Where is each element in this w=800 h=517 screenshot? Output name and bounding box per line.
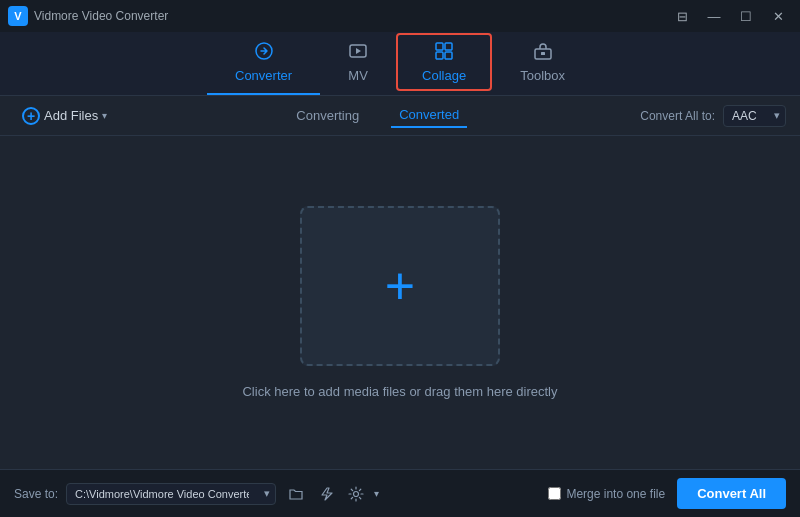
drop-hint: Click here to add media files or drag th…	[242, 384, 557, 399]
toolbox-icon	[533, 41, 553, 64]
collage-icon	[434, 41, 454, 64]
settings-icon-btn[interactable]	[344, 482, 368, 506]
title-bar-controls: ⊟ — ☐ ✕	[668, 6, 792, 26]
tab-collage-label: Collage	[422, 68, 466, 83]
minimize-btn[interactable]: —	[700, 6, 728, 26]
merge-check-label[interactable]: Merge into one file	[548, 487, 665, 501]
merge-checkbox[interactable]	[548, 487, 561, 500]
close-btn[interactable]: ✕	[764, 6, 792, 26]
save-to-label: Save to:	[14, 487, 58, 501]
svg-rect-5	[445, 52, 452, 59]
svg-point-8	[354, 491, 359, 496]
title-bar-left: V Vidmore Video Converter	[8, 6, 168, 26]
add-files-button[interactable]: + Add Files ▾	[14, 103, 115, 129]
title-bar-title: Vidmore Video Converter	[34, 9, 168, 23]
tab-mv-label: MV	[348, 68, 368, 83]
lightning-icon-btn[interactable]	[314, 482, 338, 506]
maximize-btn[interactable]: ☐	[732, 6, 760, 26]
toolbar: + Add Files ▾ Converting Converted Conve…	[0, 96, 800, 136]
bottom-right: Merge into one file Convert All	[548, 478, 786, 509]
nav-bar: Converter MV Collage	[0, 32, 800, 96]
toolbar-left: + Add Files ▾	[14, 103, 115, 129]
add-circle-icon: +	[22, 107, 40, 125]
svg-rect-2	[436, 43, 443, 50]
caption-btn[interactable]: ⊟	[668, 6, 696, 26]
mv-icon	[348, 41, 368, 64]
tab-mv[interactable]: MV	[320, 33, 396, 95]
app-logo: V	[8, 6, 28, 26]
bottom-bar: Save to: ▾	[0, 469, 800, 517]
format-select[interactable]: AAC MP3 MP4 AVI MOV MKV FLAC WAV	[723, 105, 786, 127]
filter-converted[interactable]: Converted	[391, 103, 467, 128]
converter-icon	[254, 41, 274, 64]
tab-toolbox-label: Toolbox	[520, 68, 565, 83]
settings-dropdown-arrow: ▾	[374, 488, 379, 499]
folder-icon-btn[interactable]	[284, 482, 308, 506]
svg-rect-4	[436, 52, 443, 59]
merge-label: Merge into one file	[566, 487, 665, 501]
add-files-label: Add Files	[44, 108, 98, 123]
save-path-wrap[interactable]	[66, 483, 276, 505]
filter-converting[interactable]: Converting	[288, 104, 367, 127]
save-path-input[interactable]	[66, 483, 276, 505]
main-content: + Click here to add media files or drag …	[0, 136, 800, 469]
tab-collage[interactable]: Collage	[396, 33, 492, 91]
toolbar-center: Converting Converted	[288, 103, 467, 128]
convert-all-to-label: Convert All to:	[640, 109, 715, 123]
tab-toolbox[interactable]: Toolbox	[492, 33, 593, 95]
toolbar-right: Convert All to: AAC MP3 MP4 AVI MOV MKV …	[640, 105, 786, 127]
svg-rect-3	[445, 43, 452, 50]
tab-converter-label: Converter	[235, 68, 292, 83]
svg-rect-7	[541, 52, 545, 55]
format-select-wrap[interactable]: AAC MP3 MP4 AVI MOV MKV FLAC WAV	[723, 105, 786, 127]
tab-converter[interactable]: Converter	[207, 33, 320, 95]
add-files-dropdown-arrow: ▾	[102, 110, 107, 121]
convert-all-button[interactable]: Convert All	[677, 478, 786, 509]
plus-icon: +	[385, 260, 415, 312]
drop-zone[interactable]: +	[300, 206, 500, 366]
save-to-section: Save to: ▾	[14, 482, 379, 506]
title-bar: V Vidmore Video Converter ⊟ — ☐ ✕	[0, 0, 800, 32]
bottom-icons: ▾	[284, 482, 379, 506]
